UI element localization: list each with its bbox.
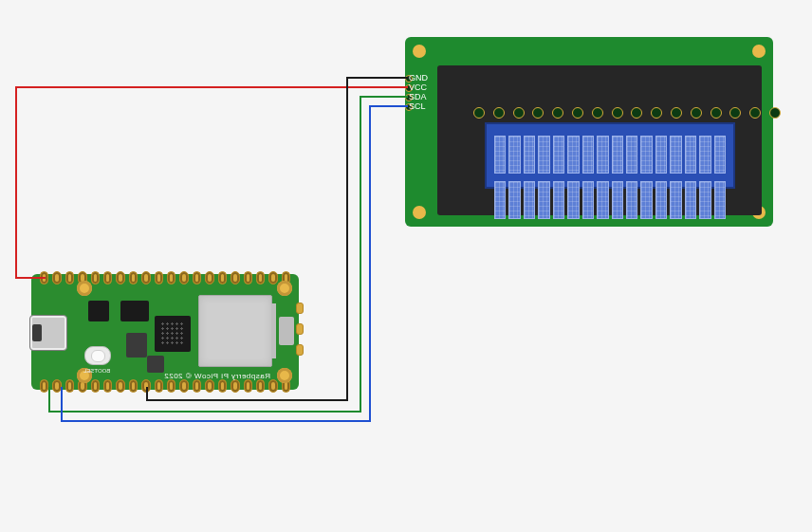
pico-mount-hole bbox=[77, 281, 92, 296]
wire-vcc bbox=[16, 87, 408, 278]
pico-bootsel-button bbox=[84, 346, 111, 365]
lcd-row-0 bbox=[494, 136, 726, 174]
pico-debug-pads bbox=[279, 317, 294, 345]
diagram-stage: GND VCC SDA SCL BOOTSEL bbox=[0, 0, 812, 532]
pico-crystal bbox=[147, 356, 164, 373]
lcd-header-pins bbox=[473, 107, 792, 118]
lcd-mount-hole bbox=[752, 45, 766, 58]
pin-label-vcc: VCC bbox=[409, 83, 434, 92]
pin-label-gnd: GND bbox=[409, 73, 434, 83]
pico-pins-bottom bbox=[40, 379, 290, 393]
pico-mount-hole bbox=[277, 368, 292, 383]
raspberry-pi-pico: BOOTSEL Raspberry Pi PicoW © 2022 bbox=[31, 274, 299, 390]
pico-chip bbox=[126, 333, 147, 358]
lcd-row-1 bbox=[494, 181, 726, 219]
pico-mount-hole bbox=[277, 281, 292, 296]
lcd-pin-labels: GND VCC SDA SCL bbox=[409, 73, 434, 111]
lcd-mount-hole bbox=[413, 206, 426, 219]
pico-chip bbox=[88, 301, 109, 321]
lcd-mount-hole bbox=[413, 45, 426, 58]
lcd-module bbox=[405, 37, 773, 227]
lcd-screen bbox=[485, 122, 735, 189]
pico-rp2040-chip bbox=[155, 316, 191, 352]
pin-label-sda: SDA bbox=[409, 92, 434, 101]
pico-chip bbox=[120, 301, 149, 321]
lcd-bezel bbox=[437, 65, 762, 215]
pico-silk-text: Raspberry Pi PicoW © 2022 bbox=[77, 372, 270, 380]
pico-wifi-shield bbox=[198, 295, 272, 367]
pin-label-scl: SCL bbox=[409, 101, 434, 111]
pico-usb-port bbox=[29, 315, 67, 351]
pico-pins-top bbox=[40, 271, 290, 284]
